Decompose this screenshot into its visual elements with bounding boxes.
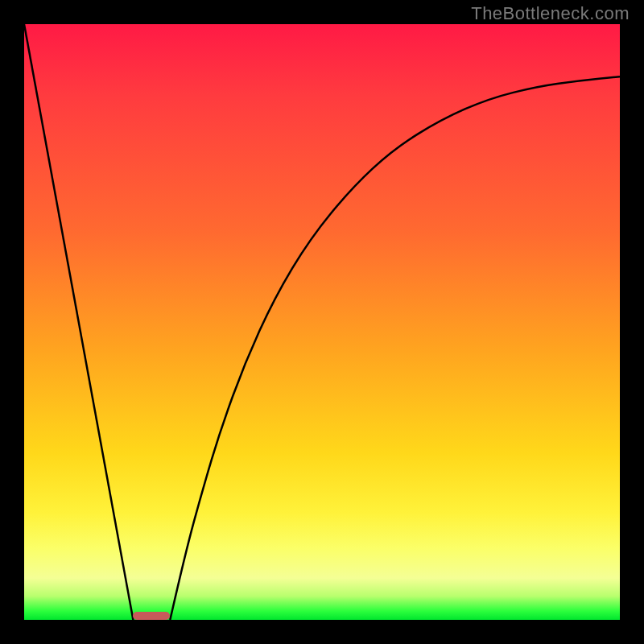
curve-layer [24,24,620,620]
left-line-path [24,24,133,620]
watermark-text: TheBottleneck.com [471,3,630,24]
plot-area [24,24,620,620]
right-curve-path [170,76,620,620]
optimal-marker [133,612,170,620]
chart-container: TheBottleneck.com [0,0,644,644]
